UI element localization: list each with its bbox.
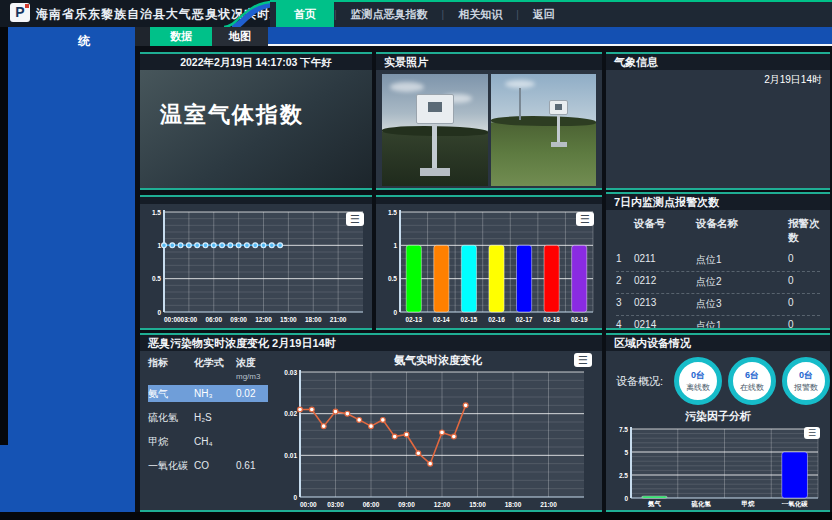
svg-text:02-13: 02-13 <box>405 316 422 323</box>
odor-panel: 恶臭污染物实时浓度变化 2月19日14时 指标 化学式 浓度 mg/m3 氨气 … <box>140 333 602 512</box>
svg-text:03:00: 03:00 <box>327 501 344 508</box>
svg-text:18:00: 18:00 <box>505 501 522 508</box>
odor-unit-row: mg/m3 <box>148 372 268 381</box>
nav-item-home[interactable]: 首页 <box>276 2 334 27</box>
concentration-unit: mg/m3 <box>236 372 268 381</box>
daily-index-chart-header <box>376 197 602 204</box>
app-logo-icon: P <box>10 3 30 22</box>
svg-text:0.5: 0.5 <box>152 275 161 282</box>
table-row: 40214点位10 <box>616 316 820 330</box>
photo-gallery <box>376 70 602 190</box>
tab-data[interactable]: 数据 <box>150 27 212 46</box>
svg-text:02-18: 02-18 <box>543 316 560 323</box>
ammonia-chart-area: 氨气实时浓度变化 ☰ 00:0003:0006:0009:0012:0015:0… <box>274 351 602 510</box>
svg-text:06:00: 06:00 <box>205 316 222 323</box>
svg-text:02-17: 02-17 <box>516 316 533 323</box>
chart-menu-icon[interactable]: ☰ <box>574 353 592 367</box>
pollution-chart-title: 污染因子分析 <box>606 409 830 423</box>
svg-text:06:00: 06:00 <box>363 501 380 508</box>
online-count-badge: 6台 在线数 <box>728 357 776 405</box>
pollution-bar-chart: 氨气硫化氢甲烷一氧化碳02.557.5 <box>611 425 823 509</box>
svg-text:1.5: 1.5 <box>152 209 161 216</box>
nav-item-back[interactable]: 返回 <box>519 3 569 26</box>
alarm-count-badge: 0台 报警数 <box>782 357 830 405</box>
alarm-table: 设备号 设备名称 报警次数 10211点位10 20212点位20 30213点… <box>606 210 830 330</box>
gas-index-line-chart: 00:0003:0006:0009:0012:0015:0018:0021:00… <box>144 207 368 325</box>
odor-row-nh3[interactable]: 氨气 NH₃ 0.02 <box>148 385 268 402</box>
alarm-table-panel: 7日内监测点报警次数 设备号 设备名称 报警次数 10211点位10 20212… <box>606 192 830 330</box>
odor-table-header: 指标 化学式 浓度 <box>148 356 268 370</box>
col-device-id: 设备号 <box>634 217 696 245</box>
svg-text:0: 0 <box>393 309 397 316</box>
table-row: 10211点位10 <box>616 250 820 272</box>
daily-index-chart-panel: ☰ 02-1302-1402-1502-1602-1702-1802-1900.… <box>376 195 602 330</box>
svg-text:02-15: 02-15 <box>461 316 478 323</box>
chart-menu-icon[interactable]: ☰ <box>804 427 820 439</box>
swoosh-decoration <box>218 0 276 27</box>
odor-row-h2s[interactable]: 硫化氢 H₂S <box>148 409 268 426</box>
offline-count-badge: 0台 离线数 <box>674 357 722 405</box>
col-alarm-count: 报警次数 <box>788 217 820 245</box>
svg-text:0: 0 <box>157 309 161 316</box>
svg-text:18:00: 18:00 <box>305 316 322 323</box>
gas-index-chart-header <box>140 197 372 204</box>
chart-menu-icon[interactable]: ☰ <box>576 212 594 226</box>
nav-item-knowledge[interactable]: 相关知识 <box>444 3 516 26</box>
svg-text:15:00: 15:00 <box>280 316 297 323</box>
svg-text:09:00: 09:00 <box>230 316 247 323</box>
alarm-table-header: 设备号 设备名称 报警次数 <box>616 214 820 250</box>
odor-body: 指标 化学式 浓度 mg/m3 氨气 NH₃ 0.02 硫化氢 H₂S <box>140 351 602 510</box>
svg-text:7.5: 7.5 <box>619 426 628 433</box>
svg-text:0.5: 0.5 <box>388 275 397 282</box>
chart-menu-icon[interactable]: ☰ <box>346 212 364 226</box>
weather-panel-title: 气象信息 <box>606 54 830 70</box>
svg-text:硫化氢: 硫化氢 <box>690 500 711 508</box>
table-row: 20212点位20 <box>616 272 820 294</box>
device-stat-circles: 0台 离线数 6台 在线数 0台 报警数 <box>674 357 830 405</box>
pollution-chart-wrap: ☰ 氨气硫化氢甲烷一氧化碳02.557.5 <box>606 423 830 512</box>
device-overview-label: 设备概况: <box>616 374 674 389</box>
gas-index-chart-panel: ☰ 00:0003:0006:0009:0012:0015:0018:0021:… <box>140 195 372 330</box>
dashboard-root: P 海南省乐东黎族自治县大气恶臭状况实时发布系 首页 | 监测点恶臭指数 | 相… <box>0 0 832 520</box>
svg-text:02-14: 02-14 <box>433 316 450 323</box>
app-title-wrapped-tail: 统 <box>78 33 91 50</box>
svg-text:0.02: 0.02 <box>284 410 297 417</box>
svg-text:氨气: 氨气 <box>647 500 662 508</box>
svg-text:2.5: 2.5 <box>619 472 628 479</box>
svg-text:02-19: 02-19 <box>571 316 588 323</box>
svg-text:03:00: 03:00 <box>181 316 198 323</box>
site-photo-right <box>491 74 597 186</box>
col-device-name: 设备名称 <box>696 217 788 245</box>
odor-row-co[interactable]: 一氧化碳 CO 0.61 <box>148 457 268 474</box>
header-blue-strip <box>268 27 832 44</box>
photos-panel: 实景照片 <box>376 52 602 190</box>
devices-panel: 区域内设备情况 设备概况: 0台 离线数 6台 在线数 0台 报警数 污染因子分… <box>606 333 830 512</box>
current-datetime: 2022年2月19日 14:17:03 下午好 <box>140 54 372 70</box>
svg-text:0.01: 0.01 <box>284 452 297 459</box>
svg-text:12:00: 12:00 <box>255 316 272 323</box>
svg-text:00:00: 00:00 <box>300 501 317 508</box>
ammonia-chart-title: 氨气实时浓度变化 <box>274 353 602 368</box>
weather-timestamp: 2月19日14时 <box>764 74 822 85</box>
bottom-left-blue-block <box>0 445 148 512</box>
weather-panel: 气象信息 2月19日14时 <box>606 52 830 190</box>
site-photo-left <box>382 74 488 186</box>
odor-row-ch4[interactable]: 甲烷 CH₄ <box>148 433 268 450</box>
svg-text:0: 0 <box>624 495 628 502</box>
svg-text:12:00: 12:00 <box>434 501 451 508</box>
svg-text:02-16: 02-16 <box>488 316 505 323</box>
nav-item-odor-index[interactable]: 监测点恶臭指数 <box>337 3 442 26</box>
daily-index-chart-wrap: ☰ 02-1302-1402-1502-1602-1702-1802-1900.… <box>376 204 602 330</box>
svg-text:0.03: 0.03 <box>284 369 297 376</box>
svg-text:1: 1 <box>393 242 397 249</box>
devices-panel-title: 区域内设备情况 <box>606 335 830 351</box>
alarm-panel-title: 7日内监测点报警次数 <box>606 194 830 210</box>
svg-text:一氧化碳: 一氧化碳 <box>782 500 809 508</box>
svg-text:1: 1 <box>157 242 161 249</box>
svg-text:09:00: 09:00 <box>398 501 415 508</box>
photos-panel-title: 实景照片 <box>376 54 602 70</box>
tab-map[interactable]: 地图 <box>212 27 268 46</box>
svg-text:1.5: 1.5 <box>388 209 397 216</box>
svg-text:15:00: 15:00 <box>469 501 486 508</box>
sidebar: 统 <box>8 27 135 512</box>
